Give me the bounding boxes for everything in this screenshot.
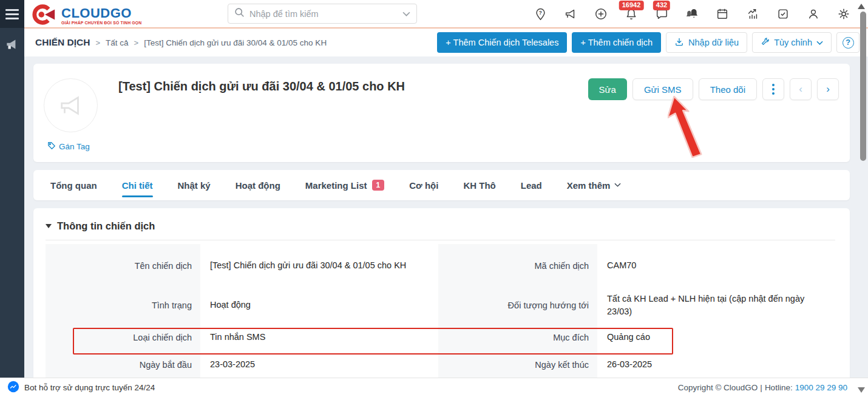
tab-nhat-ky[interactable]: Nhật ký — [178, 170, 211, 200]
footer-bar: Bot hỗ trợ sử dụng trực tuyến 24/24 Copy… — [0, 378, 868, 397]
record-title: [Test] Chiến dịch gửi ưu đãi 30/04 & 01/… — [118, 80, 405, 93]
global-search[interactable] — [228, 4, 417, 24]
quick-add-plus-circle-icon[interactable] — [594, 7, 608, 21]
field-label: Mục đích — [438, 323, 597, 351]
location-help-icon[interactable]: ? — [533, 7, 548, 21]
field-value-start-date: 23-03-2025 — [200, 351, 438, 378]
settings-gear-icon[interactable] — [836, 7, 851, 21]
tab-kh-tho[interactable]: KH Thô — [463, 170, 495, 200]
alerts-bells-icon[interactable] — [685, 7, 699, 21]
record-tabs-bar: Tổng quan Chi tiết Nhật ký Hoạt động Mar… — [33, 170, 850, 200]
field-label: Tên chiến dịch — [46, 244, 200, 288]
tab-label: Nhật ký — [178, 180, 211, 191]
tab-label: Cơ hội — [409, 180, 438, 191]
field-value-campaign-code: CAM70 — [597, 244, 835, 288]
send-sms-button[interactable]: Gửi SMS — [632, 78, 693, 100]
field-label: Tình trạng — [46, 288, 200, 323]
brand-tagline: GIẢI PHÁP CHUYỂN ĐỔI SỐ TINH GỌN — [61, 21, 141, 25]
tab-label: Chi tiết — [122, 180, 153, 191]
field-value-purpose: Quảng cáo — [597, 323, 835, 351]
record-avatar — [44, 78, 98, 132]
previous-record-button[interactable]: ‹ — [790, 78, 812, 100]
tab-label: Marketing List — [305, 180, 367, 191]
help-question-icon: ? — [843, 37, 854, 49]
notifications-bell-icon[interactable]: 16942 — [624, 7, 639, 21]
tasks-checkbox-icon[interactable] — [776, 7, 790, 21]
breadcrumb-record[interactable]: [Test] Chiến dịch gửi ưu đãi 30/04 & 01/… — [144, 38, 327, 47]
follow-button[interactable]: Theo dõi — [699, 78, 757, 100]
add-campaign-label: + Thêm chiến dịch — [580, 38, 653, 47]
breadcrumb-list-view[interactable]: Tất cả — [106, 38, 129, 47]
messages-count-badge: 432 — [653, 1, 670, 10]
tab-lead[interactable]: Lead — [521, 170, 542, 200]
announcement-megaphone-icon[interactable] — [563, 7, 578, 21]
footer-separator: | — [760, 383, 762, 392]
edit-label: Sửa — [599, 84, 616, 95]
svg-text:?: ? — [538, 10, 541, 15]
import-data-button[interactable]: Nhập dữ liệu — [666, 32, 747, 53]
tab-label: Hoạt động — [236, 180, 280, 191]
tab-chi-tiet[interactable]: Chi tiết — [122, 170, 153, 200]
copyright-text: Copyright © CloudGO | Hotline: 1900 29 2… — [678, 383, 847, 392]
field-value-campaign-name: [Test] Chiến dịch gửi ưu đãi 30/04 & 01/… — [200, 244, 438, 288]
scrollbar-up-arrow[interactable] — [858, 4, 865, 9]
import-data-label: Nhập dữ liệu — [688, 38, 739, 47]
help-button[interactable]: ? — [836, 32, 860, 53]
add-campaign-button[interactable]: + Thêm chiến dịch — [572, 32, 661, 53]
support-bot-label: Bot hỗ trợ sử dụng trực tuyến 24/24 — [24, 383, 155, 392]
record-action-buttons: Sửa Gửi SMS Theo dõi ‹ › — [588, 78, 839, 100]
marketing-list-count-badge: 1 — [372, 180, 385, 191]
scrollbar-down-arrow[interactable] — [858, 387, 865, 393]
chevron-down-icon — [816, 38, 823, 47]
reports-chart-icon[interactable] — [745, 7, 760, 21]
hotline-label: Hotline: — [765, 383, 793, 392]
search-icon — [234, 7, 245, 20]
section-divider — [46, 240, 835, 240]
tab-co-hoi[interactable]: Cơ hội — [409, 170, 438, 200]
breadcrumb-separator: > — [134, 38, 139, 47]
add-telesales-campaign-label: + Thêm Chiến dịch Telesales — [446, 38, 558, 47]
field-label: Loại chiến dịch — [46, 323, 200, 351]
chevron-down-icon — [614, 183, 621, 188]
vertical-dots-icon — [772, 84, 775, 95]
scrollbar-thumb[interactable] — [860, 12, 866, 161]
field-value-target-audience: Tất cả KH Lead + NLH hiện tại (cập nhật … — [597, 288, 835, 323]
field-label: Mã chiến dịch — [438, 244, 597, 288]
download-icon — [674, 37, 684, 49]
assign-tag-link[interactable]: Gán Tag — [47, 141, 90, 152]
tab-marketing-list[interactable]: Marketing List 1 — [305, 170, 384, 200]
field-label: Ngày kết thúc — [438, 351, 597, 378]
hamburger-menu-icon[interactable] — [0, 0, 24, 28]
top-bar: CLOUDGO GIẢI PHÁP CHUYỂN ĐỔI SỐ TINH GỌN… — [24, 0, 868, 29]
tab-label: Tổng quan — [50, 180, 97, 191]
section-header-campaign-info[interactable]: Thông tin chiến dịch — [46, 220, 835, 232]
left-sidebar — [0, 0, 24, 397]
search-input[interactable] — [249, 9, 398, 19]
more-actions-button[interactable] — [762, 78, 784, 100]
brand-name: CLOUDGO — [61, 7, 141, 20]
follow-label: Theo dõi — [710, 84, 745, 95]
tab-label: KH Thô — [463, 180, 495, 191]
field-value-campaign-type: Tin nhắn SMS — [200, 323, 438, 351]
campaign-module-megaphone-icon[interactable] — [0, 36, 24, 52]
tab-tong-quan[interactable]: Tổng quan — [50, 170, 97, 200]
cloudgo-logo[interactable]: CLOUDGO GIẢI PHÁP CHUYỂN ĐỔI SỐ TINH GỌN — [32, 2, 141, 29]
user-profile-icon[interactable] — [806, 7, 821, 21]
support-bot-link[interactable]: Bot hỗ trợ sử dụng trực tuyến 24/24 — [7, 381, 155, 395]
field-value-end-date: 26-03-2025 — [597, 351, 835, 378]
customize-button[interactable]: Tùy chỉnh — [752, 32, 832, 53]
hotline-number-link[interactable]: 1900 29 29 90 — [795, 383, 847, 392]
chevron-left-icon: ‹ — [799, 83, 802, 95]
header-icon-row: ? 16942 432 — [533, 0, 851, 27]
search-scope-chevron-icon[interactable] — [402, 8, 410, 19]
next-record-button[interactable]: › — [817, 78, 839, 100]
tab-hoat-dong[interactable]: Hoạt động — [236, 170, 280, 200]
campaign-info-card: Thông tin chiến dịch Tên chiến dịch [Tes… — [33, 208, 850, 378]
calendar-icon[interactable] — [715, 7, 730, 21]
messages-chat-icon[interactable]: 432 — [654, 7, 669, 21]
add-telesales-campaign-button[interactable]: + Thêm Chiến dịch Telesales — [437, 32, 567, 53]
breadcrumb-module[interactable]: CHIẾN DỊCH — [35, 37, 90, 48]
tab-label: Xem thêm — [567, 180, 611, 191]
tab-xem-them[interactable]: Xem thêm — [567, 170, 622, 200]
edit-button[interactable]: Sửa — [588, 78, 627, 100]
